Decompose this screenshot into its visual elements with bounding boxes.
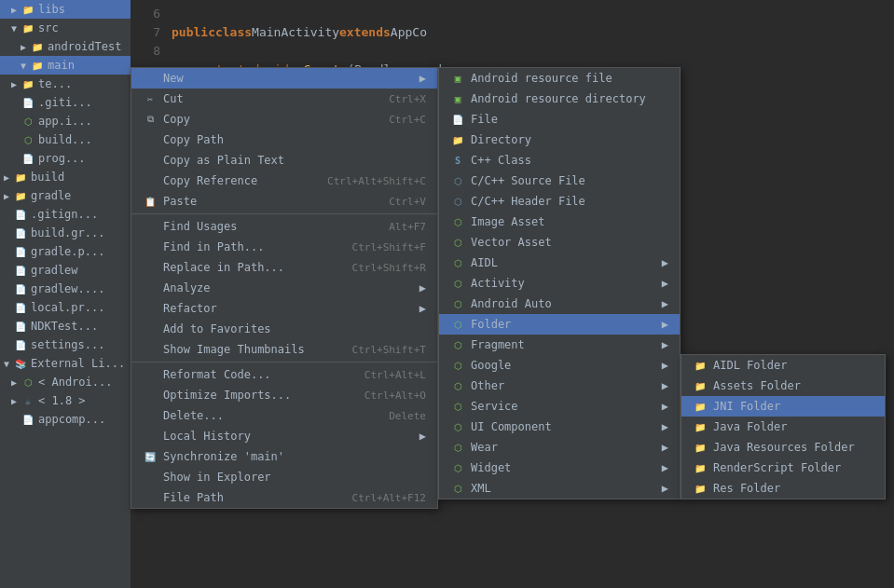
menu-item-new[interactable]: New ▶	[131, 68, 437, 89]
menu-item-refactor[interactable]: Refactor ▶	[131, 298, 437, 319]
submenu-item-directory[interactable]: 📁 Directory	[439, 130, 680, 150]
menu-item-cut[interactable]: ✂ Cut Ctrl+X	[131, 89, 437, 109]
sidebar-item-prog[interactable]: 📄 prog...	[0, 149, 131, 168]
sidebar-label: gradlew	[31, 264, 78, 277]
menu-item-add-fav[interactable]: Add to Favorites	[131, 319, 437, 339]
menu-item-show-explorer[interactable]: Show in Explorer	[131, 467, 437, 487]
sidebar-item-externallib[interactable]: ▼ 📚 External Li...	[0, 354, 131, 373]
submenu-item-cpp-header[interactable]: ⬡ C/C++ Header File	[439, 191, 680, 212]
menu-item-analyze[interactable]: Analyze ▶	[131, 278, 437, 298]
menu-item-file-path[interactable]: File Path Ctrl+Alt+F12	[131, 487, 437, 508]
menu-label: Image Asset	[471, 215, 668, 228]
sidebar-item-giti[interactable]: 📄 .giti...	[0, 93, 131, 112]
java-icon: ☕	[21, 393, 35, 408]
arrow-icon: ▶	[11, 79, 21, 89]
sidebar-item-buildgr[interactable]: 📄 build.gr...	[0, 224, 131, 242]
folder-item-aidl[interactable]: 📁 AIDL Folder	[681, 355, 885, 376]
sidebar-item-libs[interactable]: ▶ 📁 libs	[0, 0, 131, 19]
sidebar-item-main[interactable]: ▼ 📁 main	[0, 56, 131, 75]
sidebar-item-settings[interactable]: 📄 settings...	[0, 335, 131, 354]
android-icon: ⬡	[21, 114, 35, 129]
sidebar-item-appcomp[interactable]: 📄 appcomp...	[0, 410, 131, 429]
menu-label: Delete...	[163, 409, 374, 422]
sidebar-item-android[interactable]: ▶ ⬡ < Androi...	[0, 373, 131, 391]
submenu-item-activity[interactable]: ⬡ Activity ▶	[439, 273, 680, 294]
sidebar-item-ndktest[interactable]: 📄 NDKTest...	[0, 317, 131, 335]
sidebar-item-v18[interactable]: ▶ ☕ < 1.8 >	[0, 391, 131, 410]
submenu-item-android-auto[interactable]: ⬡ Android Auto ▶	[439, 294, 680, 314]
menu-item-delete[interactable]: Delete... Delete	[131, 405, 437, 426]
submenu-item-xml[interactable]: ⬡ XML ▶	[439, 478, 680, 499]
menu-item-find-usages[interactable]: Find Usages Alt+F7	[131, 216, 437, 237]
sidebar-item-localpr[interactable]: 📄 local.pr...	[0, 298, 131, 317]
submenu-item-vector-asset[interactable]: ⬡ Vector Asset	[439, 232, 680, 253]
sidebar-item-gradlew[interactable]: 📄 gradlew	[0, 261, 131, 280]
submenu-item-other[interactable]: ⬡ Other ▶	[439, 376, 680, 396]
menu-item-copy-ref[interactable]: Copy Reference Ctrl+Alt+Shift+C	[131, 171, 437, 191]
folder-icon: 📁	[30, 39, 45, 54]
sidebar-item-gitignore[interactable]: 📄 .gitign...	[0, 205, 131, 224]
folder-item-java-res[interactable]: 📁 Java Resources Folder	[681, 437, 885, 458]
submenu-item-android-res-dir[interactable]: ▣ Android resource directory	[439, 89, 680, 109]
menu-item-local-hist[interactable]: Local History ▶	[131, 426, 437, 446]
file-tree: ▶ 📁 libs ▼ 📁 src ▶ 📁 androidTest ▼ 📁 mai…	[0, 0, 131, 588]
menu-item-optimize[interactable]: Optimize Imports... Ctrl+Alt+O	[131, 385, 437, 405]
menu-label: RenderScript Folder	[713, 461, 873, 474]
menu-item-copy-path[interactable]: Copy Path	[131, 130, 437, 150]
submenu-item-ui[interactable]: ⬡ UI Component ▶	[439, 417, 680, 437]
sync-icon: 🔄	[143, 449, 158, 464]
cut-icon: ✂	[143, 91, 158, 106]
menu-item-find-path[interactable]: Find in Path... Ctrl+Shift+F	[131, 237, 437, 257]
folder-item-jni[interactable]: 📁 JNI Folder	[681, 396, 885, 417]
menu-label: AIDL	[471, 256, 658, 269]
submenu-item-wear[interactable]: ⬡ Wear ▶	[439, 437, 680, 458]
sidebar-item-build2[interactable]: ⬡ build...	[0, 130, 131, 149]
folder-type-icon: 📁	[693, 460, 708, 475]
menu-item-reformat[interactable]: Reformat Code... Ctrl+Alt+L	[131, 364, 437, 385]
submenu-item-image-asset[interactable]: ⬡ Image Asset	[439, 212, 680, 232]
submenu-item-cpp-class[interactable]: S C++ Class	[439, 150, 680, 171]
menu-item-copy[interactable]: ⧉ Copy Ctrl+C	[131, 109, 437, 130]
sidebar-label: appcomp...	[38, 413, 105, 426]
sidebar-label: androidTest	[48, 40, 121, 53]
folder-item-assets[interactable]: 📁 Assets Folder	[681, 376, 885, 396]
menu-item-synchronize[interactable]: 🔄 Synchronize 'main'	[131, 446, 437, 467]
folder-item-java[interactable]: 📁 Java Folder	[681, 417, 885, 437]
submenu-item-fragment[interactable]: ⬡ Fragment ▶	[439, 335, 680, 355]
arrow-icon: ▼	[11, 23, 21, 34]
menu-item-show-img[interactable]: Show Image Thumbnails Ctrl+Shift+T	[131, 339, 437, 360]
menu-item-paste[interactable]: 📋 Paste Ctrl+V	[131, 191, 437, 212]
android-icon: ⬡	[450, 255, 465, 270]
sidebar-item-build[interactable]: ▶ 📁 build	[0, 168, 131, 186]
menu-label: Activity	[471, 277, 658, 290]
arrow-icon: ▶	[4, 191, 13, 201]
cpp-icon: S	[450, 153, 465, 168]
submenu-item-service[interactable]: ⬡ Service ▶	[439, 396, 680, 417]
sidebar-item-gradle[interactable]: ▶ 📁 gradle	[0, 186, 131, 205]
submenu-item-cpp-source[interactable]: ⬡ C/C++ Source File	[439, 171, 680, 191]
sidebar-label: gradle.p...	[31, 245, 104, 258]
sidebar-item-src[interactable]: ▼ 📁 src	[0, 19, 131, 37]
menu-item-copy-plain[interactable]: Copy as Plain Text	[131, 150, 437, 171]
submenu-item-google[interactable]: ⬡ Google ▶	[439, 355, 680, 376]
submenu-item-widget[interactable]: ⬡ Widget ▶	[439, 458, 680, 478]
submenu-new: ▣ Android resource file ▣ Android resour…	[438, 67, 681, 499]
menu-label: Copy as Plain Text	[163, 154, 426, 167]
sidebar-item-appi[interactable]: ⬡ app.i...	[0, 112, 131, 130]
folder-item-renderscript[interactable]: 📁 RenderScript Folder	[681, 458, 885, 478]
submenu-item-android-res-file[interactable]: ▣ Android resource file	[439, 68, 680, 89]
shortcut-label: Ctrl+Alt+F12	[352, 492, 426, 504]
sidebar-item-te[interactable]: ▶ 📁 te...	[0, 75, 131, 93]
menu-label: AIDL Folder	[713, 359, 873, 372]
sidebar-item-gradlep[interactable]: 📄 gradle.p...	[0, 242, 131, 261]
sidebar-item-gradlew2[interactable]: 📄 gradlew....	[0, 280, 131, 298]
submenu-item-aidl[interactable]: ⬡ AIDL ▶	[439, 253, 680, 273]
sidebar-item-androidtest[interactable]: ▶ 📁 androidTest	[0, 37, 131, 56]
menu-item-replace[interactable]: Replace in Path... Ctrl+Shift+R	[131, 257, 437, 278]
shortcut-label: Delete	[389, 410, 426, 422]
folder-item-res[interactable]: 📁 Res Folder	[681, 478, 885, 499]
android-icon: ⬡	[450, 440, 465, 455]
submenu-item-folder[interactable]: ⬡ Folder ▶	[439, 314, 680, 335]
file-icon: 📄	[21, 151, 35, 166]
submenu-item-file[interactable]: 📄 File	[439, 109, 680, 130]
